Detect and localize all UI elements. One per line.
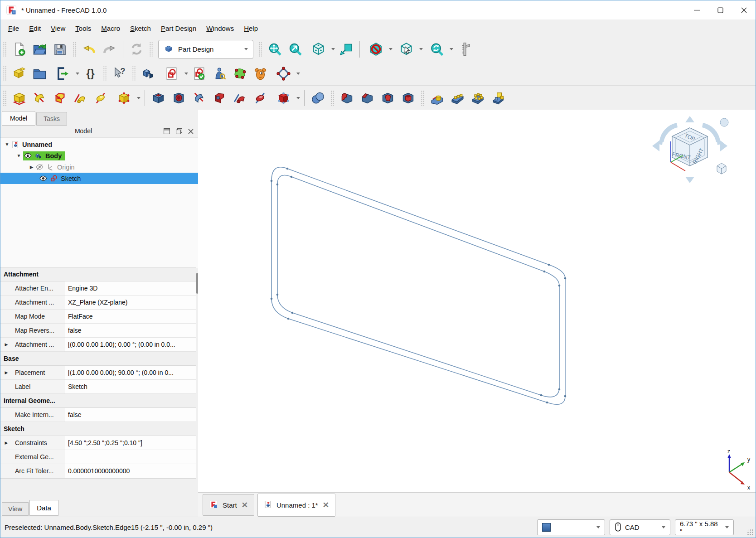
property-value[interactable]: Engine 3D bbox=[64, 281, 196, 296]
property-value[interactable]: XZ_Plane (XZ-plane) bbox=[64, 296, 196, 310]
toolbar-button-merge-sketch[interactable] bbox=[250, 63, 271, 84]
property-value[interactable] bbox=[64, 450, 196, 464]
toolbar-button-mirrored[interactable] bbox=[427, 88, 447, 108]
property-value[interactable]: [4.50 ";2.50 ";0.25 ";0.10 "] bbox=[64, 436, 196, 450]
toolbar-grip[interactable] bbox=[132, 66, 136, 81]
property-row-external-ge-[interactable]: External Ge... bbox=[0, 450, 196, 464]
property-value[interactable]: false bbox=[64, 324, 196, 338]
expander-down-icon[interactable]: ▼ bbox=[4, 142, 10, 147]
toolbar-button-boolean[interactable] bbox=[308, 88, 328, 108]
menu-part-design[interactable]: Part Design bbox=[156, 22, 201, 35]
navigation-cube[interactable]: TOP FRONT RIGHT bbox=[649, 115, 731, 184]
tab-tasks[interactable]: Tasks bbox=[36, 112, 67, 126]
tree-row-unnamed[interactable]: ▼Unnamed bbox=[0, 139, 198, 150]
close-button[interactable] bbox=[732, 0, 756, 19]
3d-viewport[interactable]: TOP FRONT RIGHT z y x bbox=[198, 110, 756, 494]
menu-tools[interactable]: Tools bbox=[70, 22, 96, 35]
minimize-button[interactable] bbox=[685, 0, 708, 19]
toolbar-grip[interactable] bbox=[149, 42, 153, 57]
expander-right-icon[interactable]: ▶ bbox=[0, 366, 12, 380]
toolbar-button-fit-all[interactable] bbox=[265, 39, 285, 59]
toolbar-button-iso-view[interactable] bbox=[305, 39, 336, 59]
toolbar-button-edit-sketch[interactable] bbox=[189, 63, 209, 84]
tree-row-sketch[interactable]: Sketch bbox=[0, 173, 198, 184]
toolbar-grip[interactable] bbox=[258, 42, 262, 57]
toolbar-button-std-part[interactable] bbox=[9, 63, 29, 84]
property-row-constraints[interactable]: ▶Constraints[4.50 ";2.50 ";0.25 ";0.10 "… bbox=[0, 436, 196, 450]
property-row-placement[interactable]: ▶Placement[(1.00 0.00 0.00); 90.00 °; (0… bbox=[0, 366, 196, 380]
property-row-attachment-[interactable]: ▶Attachment ...[(0.00 0.00 1.00); 0.00 °… bbox=[0, 338, 196, 352]
toolbar-button-fillet[interactable] bbox=[337, 88, 357, 108]
dropdown-arrow-icon[interactable] bbox=[184, 73, 188, 75]
property-value[interactable]: Sketch bbox=[64, 380, 196, 394]
property-row-attachment-[interactable]: Attachment ...XZ_Plane (XZ-plane) bbox=[0, 296, 196, 310]
unit-system-dropdown[interactable] bbox=[537, 519, 605, 535]
mdi-tab-start[interactable]: Start ✕ bbox=[203, 494, 254, 516]
toolbar-button-pad[interactable] bbox=[9, 88, 29, 108]
toolbar-button-save-file[interactable] bbox=[50, 39, 70, 59]
toolbar-button-pocket[interactable] bbox=[148, 88, 169, 108]
property-value[interactable]: 0.0000010000000000 bbox=[64, 464, 196, 478]
toolbar-button-undo[interactable] bbox=[79, 39, 99, 59]
expander-right-icon[interactable]: ▶ bbox=[0, 338, 12, 352]
tab-view[interactable]: View bbox=[2, 502, 29, 516]
toolbar-button-create-body[interactable] bbox=[138, 63, 159, 84]
toolbar-button-refresh[interactable] bbox=[126, 39, 147, 59]
toolbar-button-fit-selection[interactable] bbox=[285, 39, 305, 59]
navigation-style-dropdown[interactable]: CAD bbox=[610, 519, 670, 535]
mdi-tab-unnamed[interactable]: Unnamed : 1* ✕ bbox=[257, 494, 335, 517]
property-row-attacher-en-[interactable]: Attacher En...Engine 3D bbox=[0, 281, 196, 296]
property-row-map-revers-[interactable]: Map Revers...false bbox=[0, 324, 196, 338]
dropdown-arrow-icon[interactable] bbox=[331, 48, 335, 50]
toolbar-button-additive-pipe[interactable] bbox=[70, 88, 91, 108]
expander-right-icon[interactable]: ▶ bbox=[29, 165, 34, 170]
toolbar-button-groove[interactable] bbox=[189, 88, 209, 108]
dropdown-arrow-icon[interactable] bbox=[137, 97, 141, 99]
toolbar-button-chamfer[interactable] bbox=[357, 88, 378, 108]
dimension-dropdown[interactable]: 6.73 " x 5.88 " bbox=[675, 519, 734, 535]
expander-right-icon[interactable]: ▶ bbox=[0, 436, 12, 450]
dropdown-arrow-icon[interactable] bbox=[389, 48, 393, 50]
menu-macro[interactable]: Macro bbox=[96, 22, 125, 35]
menu-help[interactable]: Help bbox=[239, 22, 263, 35]
toolbar-button-align-view[interactable] bbox=[336, 39, 356, 59]
dropdown-arrow-icon[interactable] bbox=[296, 97, 300, 99]
toolbar-button-polar-pattern[interactable] bbox=[468, 88, 488, 108]
maximize-button[interactable] bbox=[708, 0, 732, 19]
toolbar-button-sub-helix[interactable] bbox=[250, 88, 271, 108]
toolbar-button-additive-prim[interactable] bbox=[111, 88, 141, 108]
toolbar-button-new-file[interactable] bbox=[9, 39, 29, 59]
toolbar-button-hole[interactable] bbox=[169, 88, 189, 108]
toolbar-button-thickness[interactable] bbox=[398, 88, 418, 108]
toolbar-button-std-group[interactable] bbox=[29, 63, 50, 84]
property-row-label[interactable]: LabelSketch bbox=[0, 380, 196, 394]
dropdown-arrow-icon[interactable] bbox=[296, 73, 300, 75]
toolbar-button-multitransform[interactable] bbox=[488, 88, 509, 108]
toolbar-button-sub-prim[interactable] bbox=[271, 88, 301, 108]
tab-model[interactable]: Model bbox=[2, 111, 35, 126]
toolbar-grip[interactable] bbox=[3, 90, 7, 106]
toolbar-button-create-datum[interactable] bbox=[271, 63, 301, 84]
toolbar-button-cube-cursor[interactable] bbox=[393, 39, 424, 59]
menu-windows[interactable]: Windows bbox=[201, 22, 239, 35]
tab-data[interactable]: Data bbox=[29, 500, 58, 516]
float-icon[interactable] bbox=[176, 128, 182, 136]
toolbar-button-link[interactable] bbox=[50, 63, 80, 84]
workbench-selector[interactable]: Part Design bbox=[158, 40, 253, 59]
toolbar-button-expression[interactable]: {} bbox=[80, 63, 101, 84]
property-row-arc-fit-toler-[interactable]: Arc Fit Toler...0.0000010000000000 bbox=[0, 464, 196, 478]
tree-row-body[interactable]: ▼Body bbox=[0, 150, 198, 161]
close-tab-icon[interactable]: ✕ bbox=[242, 501, 248, 509]
property-value[interactable]: FlatFace bbox=[64, 310, 196, 324]
toolbar-button-whats-this[interactable]: ? bbox=[109, 63, 130, 84]
toolbar-button-create-sketch[interactable] bbox=[159, 63, 189, 84]
menu-view[interactable]: View bbox=[46, 22, 70, 35]
toolbar-button-draft[interactable] bbox=[378, 88, 398, 108]
menu-edit[interactable]: Edit bbox=[24, 22, 46, 35]
toolbar-button-revolution[interactable] bbox=[29, 88, 50, 108]
dropdown-arrow-icon[interactable] bbox=[76, 73, 79, 75]
property-value[interactable]: [(0.00 0.00 1.00); 0.00 °; (0.00 in 0.0.… bbox=[64, 338, 196, 352]
property-row-make-intern-[interactable]: Make Intern...false bbox=[0, 408, 196, 422]
toolbar-button-clipping[interactable] bbox=[363, 39, 393, 59]
toolbar-button-additive-loft[interactable] bbox=[50, 88, 70, 108]
